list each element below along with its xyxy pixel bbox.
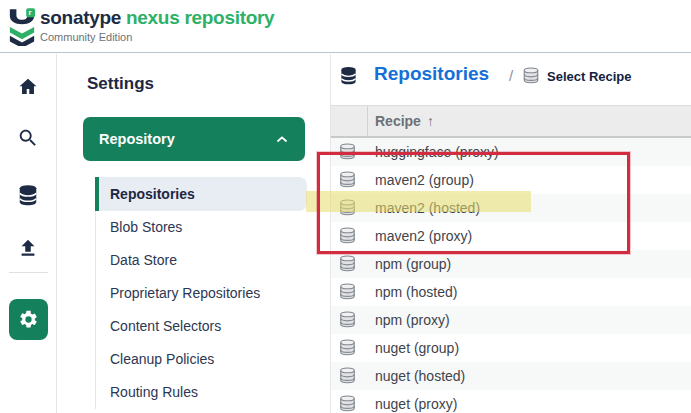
nav-item-label: Repositories [110,186,195,202]
settings-nav-cleanup-policies[interactable]: Cleanup Policies [95,343,307,376]
table-row-npm-group[interactable]: npm (group) [331,250,691,278]
settings-panel-title: Settings [87,74,154,94]
chevron-up-icon [274,131,290,147]
recipe-label: nuget (hosted) [375,368,465,384]
brand-product: nexus repository [126,7,274,28]
table-row-npm-hosted[interactable]: npm (hosted) [331,278,691,306]
settings-nav-repositories[interactable]: Repositories [95,177,307,211]
recipe-database-icon [338,283,357,301]
browse-database-icon[interactable] [17,184,39,206]
search-icon[interactable] [17,127,39,149]
recipe-column-header[interactable]: Recipe↑ [331,105,691,138]
recipe-label: nuget (proxy) [375,396,457,412]
table-row-nuget-proxy[interactable]: nuget (proxy) [331,390,691,413]
brand-edition: Community Edition [40,31,274,43]
table-row-maven2-hosted[interactable]: maven2 (hosted) [331,194,691,222]
home-icon[interactable] [17,76,39,98]
repository-accordion-label: Repository [99,131,175,147]
table-row-nuget-hosted[interactable]: nuget (hosted) [331,362,691,390]
settings-nav-proprietary-repositories[interactable]: Proprietary Repositories [95,277,307,310]
table-row-nuget-group[interactable]: nuget (group) [331,334,691,362]
recipe-database-icon [338,395,357,413]
brand-wordmark: sonatypenexus repository Community Editi… [40,8,274,43]
table-row-npm-proxy[interactable]: npm (proxy) [331,306,691,334]
recipe-header-label: Recipe [375,113,421,129]
recipe-database-icon [338,339,357,357]
recipe-database-icon [338,199,357,217]
settings-nav-blob-stores[interactable]: Blob Stores [95,211,307,244]
recipe-database-icon [338,255,357,273]
rail-divider [9,272,48,273]
sort-ascending-icon: ↑ [427,113,434,129]
settings-nav-content-selectors[interactable]: Content Selectors [95,310,307,343]
nav-item-label: Cleanup Policies [110,351,214,367]
nav-item-label: Blob Stores [110,219,182,235]
breadcrumb-separator: / [509,67,513,84]
column-divider [367,106,368,136]
recipe-label: npm (hosted) [375,284,457,300]
nav-item-label: Routing Rules [110,384,198,400]
repositories-database-icon [339,65,358,86]
settings-gear-icon [18,309,39,330]
settings-nav-data-store[interactable]: Data Store [95,244,307,277]
main-content: Repositories / Select Recipe Recipe↑ hug… [330,54,691,413]
recipe-label: maven2 (group) [375,172,474,188]
svg-text:r: r [29,8,32,17]
settings-nav-routing-rules[interactable]: Routing Rules [95,376,307,409]
recipe-table: huggingface (proxy) maven2 (group) maven… [331,138,691,413]
brand-name: sonatype [40,7,121,28]
table-row-maven2-proxy[interactable]: maven2 (proxy) [331,222,691,250]
recipe-label: npm (proxy) [375,312,450,328]
icon-rail [0,54,57,413]
repository-accordion-button[interactable]: Repository [83,117,305,161]
nexus-repository-app: r sonatypenexus repository Community Edi… [0,0,691,413]
recipe-label: nuget (group) [375,340,459,356]
recipe-label: huggingface (proxy) [375,144,499,160]
nav-item-label: Proprietary Repositories [110,285,260,301]
settings-nav-button[interactable] [9,299,48,340]
table-row-maven2-group[interactable]: maven2 (group) [331,166,691,194]
nav-item-label: Content Selectors [110,318,221,334]
settings-nav-list: Repositories Blob Stores Data Store Prop… [95,177,307,409]
recipe-database-icon [338,227,357,245]
top-header-bar: r sonatypenexus repository Community Edi… [0,0,691,53]
breadcrumb-current-page: Select Recipe [547,69,632,84]
table-row-huggingface-proxy[interactable]: huggingface (proxy) [331,138,691,166]
breadcrumb-repositories-link[interactable]: Repositories [374,63,489,85]
sonatype-logo-icon: r [8,8,36,46]
recipe-database-icon [338,367,357,385]
settings-panel: Settings Repository Repositories Blob St… [57,54,330,413]
upload-icon[interactable] [17,237,39,259]
select-recipe-database-icon [522,67,540,85]
recipe-database-icon [338,143,357,161]
recipe-label: maven2 (hosted) [375,200,480,216]
nav-item-label: Data Store [110,252,177,268]
recipe-database-icon [338,311,357,329]
recipe-database-icon [338,171,357,189]
recipe-label: maven2 (proxy) [375,228,472,244]
recipe-label: npm (group) [375,256,451,272]
